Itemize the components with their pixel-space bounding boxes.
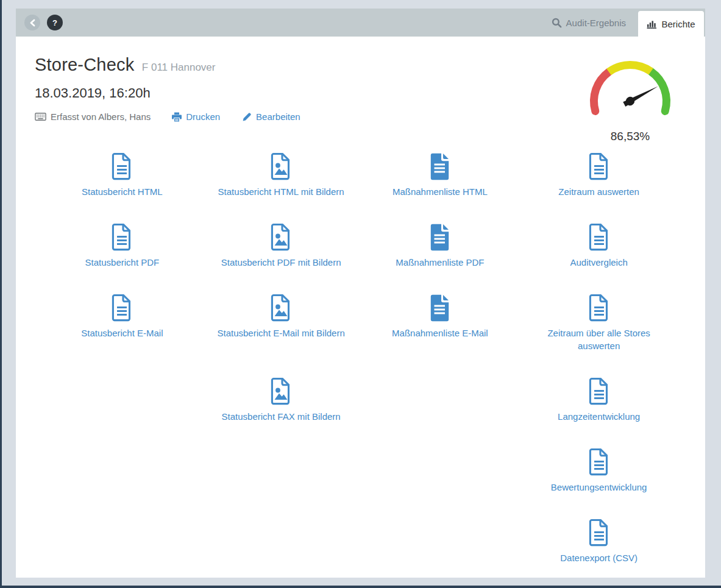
bar-chart-icon <box>647 19 657 29</box>
tab-audit-ergebnis[interactable]: Audit-Ergebnis <box>552 18 626 28</box>
report-label: Datenexport (CSV) <box>560 551 638 564</box>
chevron-left-icon <box>29 18 37 27</box>
captured-by-label: Erfasst von Albers, Hans <box>51 112 151 122</box>
report-label: Langzeitentwicklung <box>558 410 640 423</box>
topbar: ? Audit-Ergebnis Berichte <box>16 9 705 37</box>
gauge-value: 86,53% <box>587 130 673 143</box>
gauge-needle <box>622 82 660 108</box>
file-text-solid-icon <box>428 294 452 322</box>
report-auditvergleich[interactable]: Auditvergleich <box>519 223 678 294</box>
reports-grid: Statusbericht HTML Statusbericht HTML mi… <box>43 152 678 588</box>
report-label: Maßnahmenliste PDF <box>396 256 484 269</box>
print-link[interactable]: Drucken <box>172 112 220 122</box>
page-title: Store-Check <box>35 55 134 74</box>
help-button[interactable]: ? <box>47 15 63 30</box>
file-text-outline-icon <box>110 152 133 180</box>
tab-berichte[interactable]: Berichte <box>638 11 704 37</box>
file-text-outline-icon <box>588 223 611 251</box>
report-zeitraum-ueber-alle-stores-auswerten[interactable]: Zeitraum über alle Stores auswerten <box>519 294 678 377</box>
pencil-icon <box>242 112 252 122</box>
report-label: Maßnahmenliste HTML <box>392 185 488 198</box>
report-statusbericht-fax-mit-bildern[interactable]: Statusbericht FAX mit Bildern <box>202 377 361 448</box>
gauge-segment-yellow <box>609 65 651 72</box>
score-gauge: 86,53% <box>587 56 673 143</box>
file-image-outline-icon <box>269 152 293 180</box>
report-massnahmenliste-pdf[interactable]: Maßnahmenliste PDF <box>361 223 520 294</box>
report-massnahmenliste-email[interactable]: Maßnahmenliste E-Mail <box>361 294 520 377</box>
report-label: Auditvergleich <box>570 256 628 269</box>
report-langzeitentwicklung[interactable]: Langzeitentwicklung <box>519 377 678 448</box>
report-statusbericht-html[interactable]: Statusbericht HTML <box>43 152 202 223</box>
file-text-outline-icon <box>588 294 611 322</box>
gauge-chart <box>588 56 673 119</box>
report-bewertungsentwicklung[interactable]: Bewertungsentwicklung <box>519 448 678 519</box>
report-label: Zeitraum über alle Stores auswerten <box>527 327 672 352</box>
file-image-outline-icon <box>269 377 293 405</box>
report-label: Statusbericht E-Mail mit Bildern <box>218 327 345 339</box>
file-image-outline-icon <box>269 223 293 251</box>
file-text-outline-icon <box>588 519 611 547</box>
report-label: Bewertungsentwicklung <box>551 481 647 494</box>
file-text-outline-icon <box>110 223 133 251</box>
gauge-segment-red <box>594 72 609 111</box>
report-label: Statusbericht PDF mit Bildern <box>221 256 341 269</box>
captured-by: Erfasst von Albers, Hans <box>35 112 151 122</box>
file-text-solid-icon <box>428 223 452 251</box>
main-card: Store-Check F 011 Hannover 18.03.2019, 1… <box>16 37 705 578</box>
report-statusbericht-pdf-mit-bildern[interactable]: Statusbericht PDF mit Bildern <box>202 223 361 294</box>
card-header: Store-Check F 011 Hannover 18.03.2019, 1… <box>16 37 705 143</box>
report-label: Maßnahmenliste E-Mail <box>392 327 488 339</box>
file-text-outline-icon <box>588 448 611 476</box>
app-window: ? Audit-Ergebnis Berichte St <box>0 0 721 588</box>
print-link-label: Drucken <box>186 112 220 122</box>
report-label: Statusbericht PDF <box>85 256 160 269</box>
back-button[interactable] <box>24 15 40 30</box>
store-name: F 011 Hannover <box>142 62 216 73</box>
edit-link-label: Bearbeiten <box>256 112 300 122</box>
report-statusbericht-pdf[interactable]: Statusbericht PDF <box>43 223 202 294</box>
file-text-outline-icon <box>588 377 611 405</box>
report-datenexport-csv[interactable]: Datenexport (CSV) <box>519 519 678 588</box>
report-label: Statusbericht FAX mit Bildern <box>222 410 341 423</box>
keyboard-icon <box>35 113 46 121</box>
help-label: ? <box>52 18 57 27</box>
report-label: Statusbericht HTML <box>82 185 163 198</box>
report-statusbericht-email-mit-bildern[interactable]: Statusbericht E-Mail mit Bildern <box>202 294 361 377</box>
report-label: Statusbericht E-Mail <box>81 327 163 339</box>
report-label: Zeitraum auswerten <box>558 185 639 198</box>
gauge-segment-green <box>651 71 666 111</box>
file-image-outline-icon <box>269 294 293 322</box>
audit-datetime: 18.03.2019, 16:20h <box>35 85 300 101</box>
berichte-tab-label: Berichte <box>661 19 695 29</box>
report-statusbericht-html-mit-bildern[interactable]: Statusbericht HTML mit Bildern <box>202 152 361 223</box>
report-zeitraum-auswerten[interactable]: Zeitraum auswerten <box>519 152 678 223</box>
file-text-solid-icon <box>428 152 452 180</box>
file-text-outline-icon <box>110 294 133 322</box>
file-text-outline-icon <box>588 152 611 180</box>
search-icon <box>552 18 562 28</box>
edit-link[interactable]: Bearbeiten <box>242 112 300 122</box>
report-statusbericht-email[interactable]: Statusbericht E-Mail <box>43 294 202 377</box>
audit-link-label: Audit-Ergebnis <box>566 18 626 28</box>
meta-row: Erfasst von Albers, Hans Drucken <box>35 112 300 122</box>
printer-icon <box>172 112 182 122</box>
report-label: Statusbericht HTML mit Bildern <box>218 185 344 198</box>
report-massnahmenliste-html[interactable]: Maßnahmenliste HTML <box>361 152 520 223</box>
